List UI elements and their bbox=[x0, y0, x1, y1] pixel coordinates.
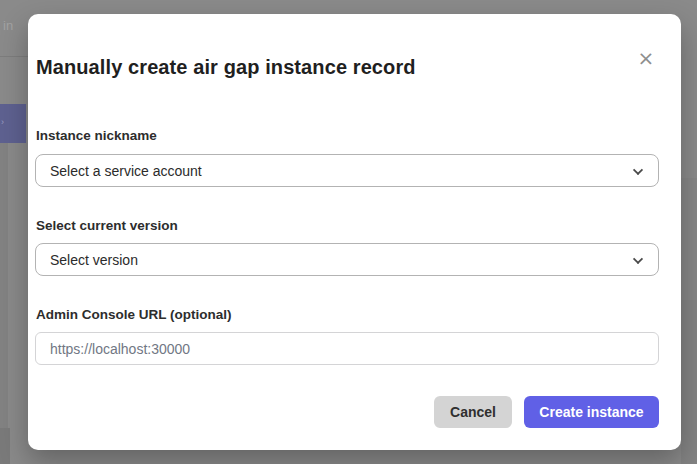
background-divider bbox=[0, 56, 28, 57]
background-right-band bbox=[681, 178, 697, 300]
create-air-gap-instance-dialog: Manually create air gap instance record … bbox=[28, 14, 681, 450]
background-left-bottom-fragment bbox=[0, 428, 10, 464]
current-version-label: Select current version bbox=[36, 218, 178, 233]
instance-nickname-select-value: Select a service account bbox=[50, 163, 202, 179]
dialog-title: Manually create air gap instance record bbox=[36, 56, 416, 79]
background-right-band bbox=[681, 300, 697, 464]
screen: in › Manually create air gap instance re… bbox=[0, 0, 697, 464]
instance-nickname-select[interactable]: Select a service account bbox=[35, 154, 659, 187]
background-selected-row-fragment: › bbox=[0, 104, 26, 143]
current-version-select[interactable]: Select version bbox=[35, 243, 659, 276]
background-partial-text: in bbox=[3, 18, 13, 33]
instance-nickname-label: Instance nickname bbox=[36, 128, 157, 143]
cancel-button[interactable]: Cancel bbox=[434, 396, 512, 428]
admin-console-url-input[interactable] bbox=[35, 332, 659, 365]
current-version-select-value: Select version bbox=[50, 252, 138, 268]
chevron-down-icon bbox=[633, 254, 643, 264]
chevron-fragment-icon: › bbox=[1, 118, 4, 127]
background-left-strip bbox=[0, 143, 8, 464]
create-instance-button[interactable]: Create instance bbox=[524, 396, 659, 428]
admin-console-url-label: Admin Console URL (optional) bbox=[36, 307, 232, 322]
chevron-down-icon bbox=[633, 165, 643, 175]
close-icon[interactable]: × bbox=[633, 45, 659, 71]
